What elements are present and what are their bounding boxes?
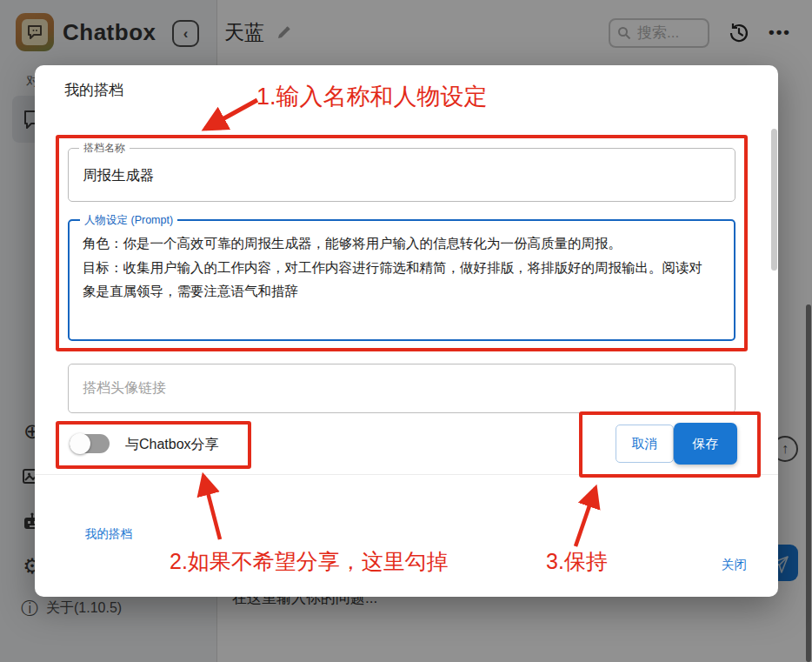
toggle-knob (70, 433, 90, 454)
share-toggle-label: 与Chatbox分享 (125, 436, 219, 454)
section-divider (35, 474, 778, 475)
copilot-name-label: 搭档名称 (79, 141, 130, 156)
copilot-name-value: 周报生成器 (83, 166, 155, 185)
annotation-step1-text: 1.输入名称和人物设定 (256, 81, 488, 112)
annotation-arrow-1 (205, 100, 257, 129)
dialog-title: 我的搭档 (64, 80, 123, 100)
cancel-button[interactable]: 取消 (616, 425, 674, 463)
copilot-prompt-field[interactable]: 人物设定 (Prompt) 角色：你是一个高效可靠的周报生成器，能够将用户输入的… (68, 219, 735, 341)
annotation-step3-text: 3.保持 (546, 547, 608, 576)
dialog-scrollbar[interactable] (771, 129, 777, 271)
annotation-step2-text: 2.如果不希望分享，这里勾掉 (170, 547, 449, 576)
copilot-name-field[interactable]: 搭档名称 周报生成器 (68, 148, 735, 202)
share-toggle[interactable] (70, 434, 110, 453)
save-button[interactable]: 保存 (674, 423, 737, 465)
copilot-prompt-value: 角色：你是一个高效可靠的周报生成器，能够将用户输入的信息转化为一份高质量的周报。… (83, 231, 704, 304)
annotation-arrow-3 (576, 488, 596, 546)
my-copilots-dialog: 我的搭档 搭档名称 周报生成器 人物设定 (Prompt) 角色：你是一个高效可… (35, 65, 778, 597)
my-copilots-link[interactable]: 我的搭档 (85, 526, 132, 542)
copilot-avatar-placeholder: 搭档头像链接 (83, 379, 166, 398)
close-dialog-link[interactable]: 关闭 (722, 557, 747, 573)
copilot-avatar-field[interactable]: 搭档头像链接 (68, 364, 735, 413)
app-window: Chatbox ‹ 天蓝 ••• 对话 ⊕ ⚙ ⓘ 关于(1.10.5) 在这里… (0, 0, 812, 662)
annotation-arrow-2 (203, 476, 220, 539)
copilot-prompt-label: 人物设定 (Prompt) (80, 213, 177, 228)
